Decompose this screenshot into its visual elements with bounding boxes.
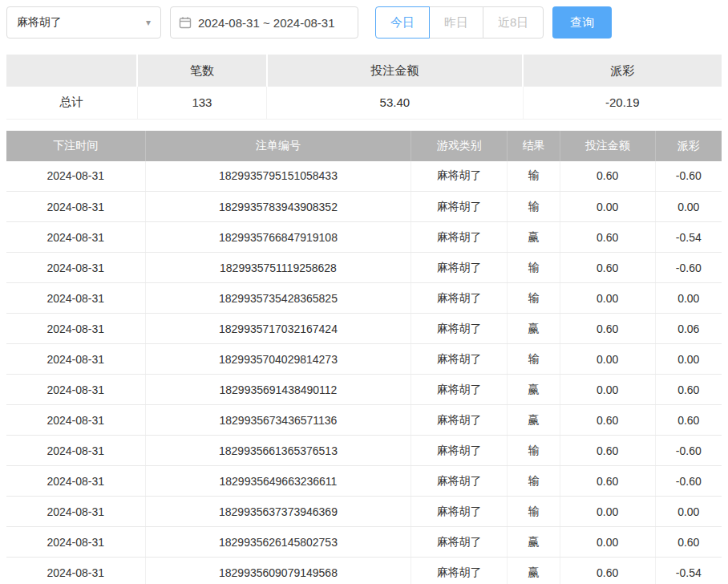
header-result: 结果	[507, 131, 560, 161]
date-range-value: 2024-08-31 ~ 2024-08-31	[198, 16, 335, 30]
cell-id: 1829935626145802753	[145, 527, 411, 558]
cell-result: 输	[507, 497, 560, 527]
summary-header-count: 笔数	[137, 55, 266, 87]
cell-result: 赢	[507, 405, 560, 436]
cell-payout: 0.00	[655, 283, 722, 314]
header-bet-id: 注单编号	[145, 131, 411, 161]
cell-payout: -0.54	[655, 222, 722, 253]
summary-count-value: 133	[137, 87, 266, 119]
table-row: 2024-08-311829935766847919108麻将胡了赢0.60-0…	[6, 222, 722, 253]
page: 麻将胡了 ▾ 2024-08-31 ~ 2024-08-31 今日 昨日 近8日…	[0, 0, 728, 584]
cell-game: 麻将胡了	[411, 344, 508, 375]
cell-result: 赢	[507, 375, 560, 405]
table-row: 2024-08-311829935691438490112麻将胡了赢0.000.…	[6, 375, 722, 405]
cell-payout: 0.00	[655, 192, 722, 222]
cell-date: 2024-08-31	[6, 192, 145, 222]
cell-id: 1829935783943908352	[145, 192, 411, 222]
cell-date: 2024-08-31	[6, 466, 145, 497]
cell-date: 2024-08-31	[6, 253, 145, 283]
summary-header-row: 笔数 投注金额 派彩	[6, 55, 722, 87]
cell-result: 赢	[507, 558, 560, 584]
cell-game: 麻将胡了	[411, 497, 508, 527]
cell-date: 2024-08-31	[6, 527, 145, 558]
cell-payout: -0.60	[655, 466, 722, 497]
cell-amount: 0.00	[560, 283, 655, 314]
cell-amount: 0.60	[560, 466, 655, 497]
cell-id: 1829935766847919108	[145, 222, 411, 253]
cell-date: 2024-08-31	[6, 436, 145, 466]
table-row: 2024-08-311829935673436571136麻将胡了赢0.600.…	[6, 405, 722, 436]
cell-amount: 0.00	[560, 192, 655, 222]
table-row: 2024-08-311829935783943908352麻将胡了输0.000.…	[6, 192, 722, 222]
date-range-input[interactable]: 2024-08-31 ~ 2024-08-31	[170, 6, 358, 39]
table-row: 2024-08-311829935609079149568麻将胡了赢0.60-0…	[6, 558, 722, 584]
table-row: 2024-08-311829935795151058433麻将胡了输0.60-0…	[6, 161, 722, 192]
cell-date: 2024-08-31	[6, 222, 145, 253]
cell-game: 麻将胡了	[411, 375, 508, 405]
header-game-type: 游戏类别	[411, 131, 508, 161]
table-row: 2024-08-311829935649663236611麻将胡了输0.60-0…	[6, 466, 722, 497]
table-row: 2024-08-311829935704029814273麻将胡了输0.000.…	[6, 344, 722, 375]
table-row: 2024-08-311829935751119258628麻将胡了输0.60-0…	[6, 253, 722, 283]
cell-payout: -0.60	[655, 253, 722, 283]
summary-header-bet-amount: 投注金额	[267, 55, 523, 87]
cell-date: 2024-08-31	[6, 283, 145, 314]
cell-game: 麻将胡了	[411, 436, 508, 466]
yesterday-button[interactable]: 昨日	[429, 6, 483, 39]
header-bet-amount: 投注金额	[560, 131, 655, 161]
table-row: 2024-08-311829935735428365825麻将胡了输0.000.…	[6, 283, 722, 314]
cell-payout: 0.06	[655, 314, 722, 344]
query-button[interactable]: 查询	[552, 6, 612, 39]
table-row: 2024-08-311829935717032167424麻将胡了赢0.600.…	[6, 314, 722, 344]
summary-payout-value: -20.19	[523, 87, 722, 119]
cell-date: 2024-08-31	[6, 314, 145, 344]
quick-range-group: 今日 昨日 近8日	[375, 6, 544, 39]
cell-amount: 0.60	[560, 253, 655, 283]
game-select-value: 麻将胡了	[17, 15, 62, 30]
cell-amount: 0.00	[560, 375, 655, 405]
bet-records-table: 下注时间 注单编号 游戏类别 结果 投注金额 派彩 2024-08-311829…	[6, 131, 722, 584]
game-select[interactable]: 麻将胡了 ▾	[6, 6, 161, 39]
cell-id: 1829935717032167424	[145, 314, 411, 344]
cell-amount: 0.60	[560, 222, 655, 253]
cell-result: 输	[507, 283, 560, 314]
summary-table: 笔数 投注金额 派彩 总计 133 53.40 -20.19	[6, 55, 722, 120]
summary-total-row: 总计 133 53.40 -20.19	[6, 87, 722, 119]
cell-game: 麻将胡了	[411, 222, 508, 253]
cell-date: 2024-08-31	[6, 161, 145, 192]
cell-payout: 0.00	[655, 344, 722, 375]
cell-result: 赢	[507, 222, 560, 253]
cell-id: 1829935691438490112	[145, 375, 411, 405]
cell-id: 1829935735428365825	[145, 283, 411, 314]
cell-id: 1829935751119258628	[145, 253, 411, 283]
cell-game: 麻将胡了	[411, 466, 508, 497]
cell-result: 输	[507, 192, 560, 222]
cell-id: 1829935649663236611	[145, 466, 411, 497]
table-row: 2024-08-311829935661365376513麻将胡了输0.60-0…	[6, 436, 722, 466]
calendar-icon	[179, 16, 192, 29]
table-row: 2024-08-311829935637373946369麻将胡了输0.000.…	[6, 497, 722, 527]
header-bet-time: 下注时间	[6, 131, 145, 161]
chevron-down-icon: ▾	[146, 17, 151, 28]
cell-amount: 0.00	[560, 497, 655, 527]
cell-id: 1829935704029814273	[145, 344, 411, 375]
cell-result: 赢	[507, 527, 560, 558]
cell-id: 1829935795151058433	[145, 161, 411, 192]
cell-date: 2024-08-31	[6, 344, 145, 375]
last-8-days-button[interactable]: 近8日	[483, 6, 544, 39]
today-button[interactable]: 今日	[375, 6, 430, 39]
cell-result: 输	[507, 436, 560, 466]
cell-game: 麻将胡了	[411, 405, 508, 436]
cell-amount: 0.60	[560, 314, 655, 344]
cell-payout: -0.60	[655, 436, 722, 466]
cell-result: 输	[507, 344, 560, 375]
cell-game: 麻将胡了	[411, 314, 508, 344]
cell-id: 1829935673436571136	[145, 405, 411, 436]
cell-id: 1829935637373946369	[145, 497, 411, 527]
cell-payout: 0.60	[655, 527, 722, 558]
bet-table-header-row: 下注时间 注单编号 游戏类别 结果 投注金额 派彩	[6, 131, 722, 161]
cell-amount: 0.00	[560, 527, 655, 558]
cell-amount: 0.60	[560, 405, 655, 436]
cell-amount: 0.00	[560, 344, 655, 375]
cell-payout: 0.60	[655, 375, 722, 405]
